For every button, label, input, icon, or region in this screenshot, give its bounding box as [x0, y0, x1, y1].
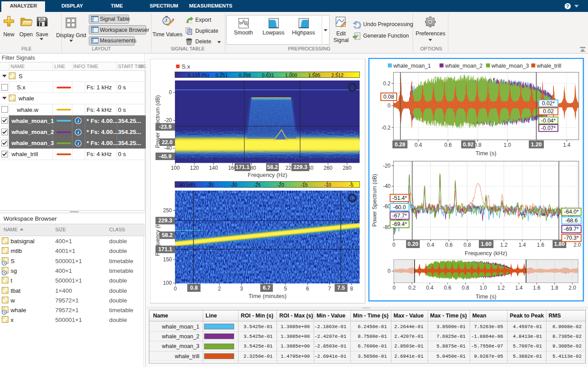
- svg-text:-60: -60: [383, 203, 391, 210]
- svg-text:-40: -40: [164, 145, 172, 151]
- svg-text:280: 280: [343, 165, 352, 171]
- svg-text:whale_moan_2: whale_moan_2: [445, 63, 483, 69]
- svg-text:-80: -80: [383, 224, 391, 230]
- svg-text:0.398: 0.398: [239, 73, 251, 78]
- svg-text:100: 100: [163, 280, 172, 286]
- svg-text:2.512: 2.512: [331, 73, 344, 78]
- svg-text:1.8: 1.8: [551, 285, 558, 291]
- svg-text:-40: -40: [383, 183, 391, 189]
- svg-text:-68.6: -68.6: [565, 218, 578, 224]
- svg-text:0.158 (%): 0.158 (%): [188, 73, 209, 78]
- svg-text:Frequency (Hz): Frequency (Hz): [248, 172, 288, 178]
- svg-text:0.4: 0.4: [415, 142, 422, 148]
- svg-text:140: 140: [209, 165, 218, 171]
- svg-text:0.8: 0.8: [463, 242, 471, 248]
- svg-text:229.3: 229.3: [293, 164, 307, 170]
- svg-text:-35: -35: [207, 182, 214, 187]
- svg-text:0.4: 0.4: [426, 285, 434, 291]
- svg-text:Time (s): Time (s): [475, 150, 496, 157]
- svg-text:1.2: 1.2: [500, 242, 508, 248]
- svg-text:-5: -5: [349, 182, 353, 187]
- svg-text:0: 0: [392, 242, 395, 248]
- svg-text:1.4: 1.4: [563, 142, 570, 148]
- svg-text:0.2: 0.2: [408, 285, 416, 291]
- svg-text:2.0: 2.0: [569, 285, 576, 291]
- svg-text:6: 6: [306, 286, 309, 292]
- svg-text:120: 120: [190, 165, 199, 171]
- svg-text:0.2: 0.2: [383, 80, 391, 87]
- svg-text:0.08: 0.08: [383, 94, 394, 100]
- svg-text:1.585: 1.585: [308, 73, 321, 78]
- svg-text:229.3: 229.3: [158, 218, 172, 224]
- svg-text:whale_trill: whale_trill: [536, 63, 561, 69]
- svg-text:-51.4*: -51.4*: [392, 195, 407, 201]
- svg-text:0.92: 0.92: [463, 141, 474, 148]
- svg-text:260: 260: [323, 165, 332, 171]
- svg-text:whale_moan_1: whale_moan_1: [393, 63, 431, 69]
- svg-text:1.6: 1.6: [533, 285, 541, 291]
- svg-text:-40 (dB): -40 (dB): [178, 182, 196, 187]
- svg-text:-20: -20: [164, 117, 172, 123]
- svg-text:whale_moan_3: whale_moan_3: [491, 63, 529, 69]
- svg-text:5: 5: [284, 286, 287, 292]
- svg-text:0.8: 0.8: [462, 285, 469, 291]
- svg-text:0.6: 0.6: [444, 285, 451, 291]
- svg-text:S.x: S.x: [182, 63, 190, 70]
- svg-text:-30: -30: [230, 182, 237, 187]
- svg-text:0: 0: [169, 89, 172, 96]
- svg-text:1.80: 1.80: [554, 241, 565, 247]
- svg-text:3: 3: [240, 286, 243, 292]
- svg-text:150: 150: [163, 256, 172, 263]
- svg-text:-25: -25: [254, 182, 261, 187]
- svg-text:-64.0*: -64.0*: [564, 209, 579, 215]
- svg-text:0.6: 0.6: [445, 242, 453, 248]
- svg-text:1.60: 1.60: [481, 241, 491, 247]
- svg-text:0.28: 0.28: [395, 141, 405, 148]
- svg-text:1.6: 1.6: [537, 242, 544, 248]
- svg-text:58.2: 58.2: [162, 232, 172, 238]
- svg-text:58.2: 58.2: [267, 164, 278, 170]
- svg-text:100: 100: [171, 165, 180, 171]
- svg-text:0.02: 0.02: [543, 108, 554, 115]
- svg-text:2.0: 2.0: [573, 242, 581, 248]
- svg-text:-67.7*: -67.7*: [392, 213, 407, 219]
- svg-text:1.0: 1.0: [504, 142, 511, 148]
- svg-text:7.5: 7.5: [337, 285, 345, 291]
- svg-text:0: 0: [387, 103, 391, 109]
- svg-text:-0.07*: -0.07*: [541, 125, 556, 131]
- svg-text:1.4: 1.4: [519, 242, 526, 248]
- svg-text:-20: -20: [277, 182, 284, 187]
- svg-text:171.1: 171.1: [235, 164, 249, 170]
- svg-text:7: 7: [328, 286, 331, 292]
- svg-text:250: 250: [163, 207, 172, 214]
- svg-text:0.251: 0.251: [216, 73, 228, 78]
- svg-text:-15: -15: [301, 182, 308, 187]
- svg-text:1.000: 1.000: [285, 73, 297, 78]
- svg-text:0.02*: 0.02*: [542, 100, 555, 107]
- svg-text:6.7: 6.7: [263, 285, 270, 291]
- svg-text:2: 2: [218, 286, 221, 292]
- svg-text:0.4: 0.4: [427, 242, 434, 248]
- svg-text:-23.9: -23.9: [159, 124, 172, 130]
- svg-text:0.20: 0.20: [408, 241, 418, 247]
- svg-text:Time (s): Time (s): [475, 293, 496, 300]
- svg-text:-10: -10: [324, 182, 331, 187]
- svg-text:1.0: 1.0: [480, 285, 487, 291]
- svg-text:0.631: 0.631: [262, 73, 274, 78]
- svg-text:-69.7*: -69.7*: [564, 226, 579, 232]
- svg-text:8: 8: [350, 286, 353, 292]
- svg-text:1.20: 1.20: [531, 141, 542, 148]
- svg-text:0: 0: [174, 286, 177, 292]
- svg-text:Power Spectrum (dB): Power Spectrum (dB): [372, 174, 378, 226]
- svg-text:Time (minutes): Time (minutes): [248, 293, 286, 299]
- svg-text:0.8: 0.8: [190, 285, 197, 291]
- svg-text:171.1: 171.1: [158, 246, 172, 252]
- svg-text:0: 0: [393, 285, 396, 291]
- svg-text:-70.3*: -70.3*: [564, 235, 579, 241]
- svg-text:Frequency (kHz): Frequency (kHz): [465, 250, 507, 256]
- svg-text:1.2: 1.2: [497, 285, 505, 291]
- svg-text:1.4: 1.4: [515, 285, 523, 291]
- svg-text:-45.9: -45.9: [159, 153, 172, 160]
- svg-text:0.6: 0.6: [444, 142, 452, 148]
- svg-text:-60.0: -60.0: [393, 204, 406, 210]
